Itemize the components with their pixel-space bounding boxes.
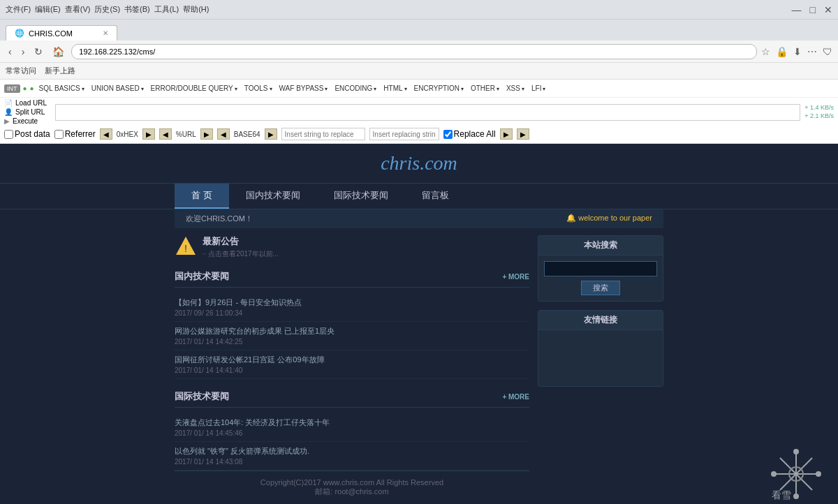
menu-bookmarks[interactable]: 书签(B) — [124, 4, 150, 15]
international-section-title: 国际技术要闻 + MORE — [175, 387, 529, 408]
hackbar-int-badge[interactable]: INT — [4, 84, 20, 93]
domestic-news-date-0: 2017/ 09/ 26 11:00:34 — [175, 309, 529, 317]
b64-left-arrow[interactable]: ◀ — [217, 128, 230, 140]
home-btn[interactable]: 🏠 — [50, 45, 67, 59]
menu-encoding[interactable]: ENCODING — [332, 84, 378, 93]
content-area: ! 最新公告 ·· 点击查看2017年以前... 国内技术要闻 + MORE 【… — [175, 228, 663, 504]
latest-section: ! 最新公告 ·· 点击查看2017年以前... — [175, 235, 529, 259]
more-icon[interactable]: ⋯ — [807, 46, 817, 57]
replace-all-check[interactable]: Replace All — [443, 129, 496, 139]
extra-arrow[interactable]: ▶ — [517, 128, 529, 140]
split-url-btn[interactable]: 👤 Split URL — [4, 108, 47, 116]
international-more-link[interactable]: + MORE — [502, 393, 529, 401]
reload-btn[interactable]: ↻ — [31, 45, 45, 59]
shield-icon: 🛡 — [823, 46, 832, 57]
site-search-btn[interactable]: 搜索 — [581, 281, 620, 295]
sidebar: 本站搜索 搜索 友情链接 — [538, 235, 663, 504]
international-news-1: 以色列就 "铁穹" 反火箭弹系统测试成功. 2017/ 01/ 14 14:43… — [175, 442, 529, 470]
hex-label: 0xHEX — [117, 131, 138, 138]
menu-sql-basics[interactable]: SQL BASICS — [37, 84, 87, 93]
menu-other[interactable]: OTHER — [469, 84, 501, 93]
menu-union-based[interactable]: UNION BASED — [89, 84, 146, 93]
site-header: chris.com — [0, 144, 838, 183]
close-btn[interactable]: ✕ — [824, 4, 832, 15]
menu-view[interactable]: 查看(V) — [65, 4, 91, 15]
speed2: + 2.1 KB/s — [804, 112, 834, 121]
load-url-btn[interactable]: 📄 Load URL — [4, 99, 47, 107]
nav-item-guestbook[interactable]: 留言板 — [405, 184, 466, 209]
tab-close-btn[interactable]: ✕ — [103, 29, 108, 37]
titlebar-left: 文件(F) 编辑(E) 查看(V) 历史(S) 书签(B) 工具(L) 帮助(H… — [6, 4, 209, 15]
menu-tools[interactable]: 工具(L) — [154, 4, 179, 15]
domestic-more-link[interactable]: + MORE — [502, 273, 529, 281]
warning-icon: ! — [175, 235, 197, 258]
menu-lfi[interactable]: LFI — [529, 84, 547, 93]
site-logo: chris.com — [0, 152, 838, 175]
hackbar-url-row: 📄 Load URL 👤 Split URL ▶ Execute + 1.4 K… — [0, 98, 838, 126]
international-news-section: 国际技术要闻 + MORE 关液盘点过去104年: 关经济及打工仔失落十年 20… — [175, 387, 529, 470]
hex-left-arrow[interactable]: ◀ — [100, 128, 112, 140]
bookmark-star-icon[interactable]: ☆ — [761, 46, 770, 57]
latest-placeholder: ·· 点击查看2017年以前... — [203, 249, 279, 259]
footer-copyright: Copyright(C)2017 www.chris.com All Right… — [182, 478, 522, 487]
replace-string-input[interactable] — [281, 128, 365, 140]
menu-tools[interactable]: TOOLS — [242, 84, 274, 93]
domestic-news-title-2[interactable]: 国网征所讨研发公帐21日宫廷 公布09年故障 — [175, 355, 529, 365]
nav-item-domestic[interactable]: 国内技术要闻 — [229, 184, 317, 209]
post-data-check[interactable]: Post data — [4, 129, 50, 139]
url-right-arrow[interactable]: ▶ — [200, 128, 213, 140]
bookmark-item-2[interactable]: 新手上路 — [45, 66, 75, 76]
tab-label: CHRIS.COM — [29, 29, 73, 38]
browser-tab[interactable]: 🌐 CHRIS.COM ✕ — [6, 25, 117, 40]
titlebar: 文件(F) 编辑(E) 查看(V) 历史(S) 书签(B) 工具(L) 帮助(H… — [0, 0, 838, 20]
svg-point-9 — [772, 472, 776, 476]
download-icon[interactable]: ⬇ — [793, 46, 802, 57]
menu-file[interactable]: 文件(F) — [6, 4, 31, 15]
menu-error-query[interactable]: ERROR/DOUBLE QUERY — [149, 84, 240, 93]
b64-label: BASE64 — [234, 131, 260, 138]
replacing-string-input[interactable] — [369, 128, 439, 140]
site-search-input[interactable] — [544, 261, 657, 276]
replace-all-checkbox[interactable] — [443, 130, 453, 139]
site-nav: 首 页 国内技术要闻 国际技术要闻 留言板 — [0, 183, 838, 209]
secure-icon: 🔒 — [776, 46, 788, 57]
toolbar-icons: ☆ 🔒 ⬇ ⋯ 🛡 — [761, 46, 832, 57]
hackbar-url-input[interactable] — [55, 104, 800, 121]
nav-item-international[interactable]: 国际技术要闻 — [317, 184, 405, 209]
replace-arrow[interactable]: ▶ — [500, 128, 513, 140]
menu-xss[interactable]: XSS — [504, 84, 527, 93]
referrer-check[interactable]: Referrer — [54, 129, 96, 139]
forward-btn[interactable]: › — [19, 45, 28, 59]
links-widget: 友情链接 — [538, 310, 663, 387]
nav-item-home[interactable]: 首 页 — [175, 184, 229, 209]
menu-edit[interactable]: 编辑(E) — [35, 4, 61, 15]
post-data-checkbox[interactable] — [4, 130, 13, 139]
address-bar: ‹ › ↻ 🏠 ☆ 🔒 ⬇ ⋯ 🛡 — [0, 40, 838, 63]
menu-encryption[interactable]: ENCRYPTION — [412, 84, 466, 93]
domestic-news-1: 网游公媒旅游研究台的初步成果 已上报至1层央 2017/ 01/ 14 14:4… — [175, 322, 529, 350]
svg-point-10 — [816, 472, 821, 476]
minimize-btn[interactable]: — — [792, 4, 802, 15]
menu-html[interactable]: HTML — [381, 84, 409, 93]
url-left-arrow[interactable]: ◀ — [159, 128, 172, 140]
welcome-bar: 欢迎CHRIS.COM！ 🔔 welcome to our paper — [175, 209, 663, 228]
maximize-btn[interactable]: □ — [810, 4, 816, 15]
menu-history[interactable]: 历史(S) — [94, 4, 120, 15]
menu-waf-bypass[interactable]: WAF BYPASS — [277, 84, 330, 93]
domestic-news-title-0[interactable]: 【如何】9月26日 - 每日安全知识热点 — [175, 297, 529, 308]
search-widget-title: 本站搜索 — [538, 236, 663, 255]
menu-help[interactable]: 帮助(H) — [183, 4, 209, 15]
address-input[interactable] — [71, 44, 757, 59]
back-btn[interactable]: ‹ — [6, 45, 15, 59]
referrer-checkbox[interactable] — [54, 130, 64, 139]
execute-btn[interactable]: ▶ Execute — [4, 117, 47, 125]
domestic-news-0: 【如何】9月26日 - 每日安全知识热点 2017/ 09/ 26 11:00:… — [175, 293, 529, 322]
b64-right-arrow[interactable]: ▶ — [265, 128, 277, 140]
international-news-title-0[interactable]: 关液盘点过去104年: 关经济及打工仔失落十年 — [175, 417, 529, 428]
site-footer: Copyright(C)2017 www.chris.com All Right… — [175, 470, 529, 504]
international-news-title-1[interactable]: 以色列就 "铁穹" 反火箭弹系统测试成功. — [175, 446, 529, 457]
bookmark-item-1[interactable]: 常常访问 — [6, 66, 36, 76]
hex-right-arrow[interactable]: ▶ — [142, 128, 155, 140]
speed-block: + 1.4 KB/s + 2.1 KB/s — [804, 104, 838, 120]
domestic-news-title-1[interactable]: 网游公媒旅游研究台的初步成果 已上报至1层央 — [175, 326, 529, 336]
